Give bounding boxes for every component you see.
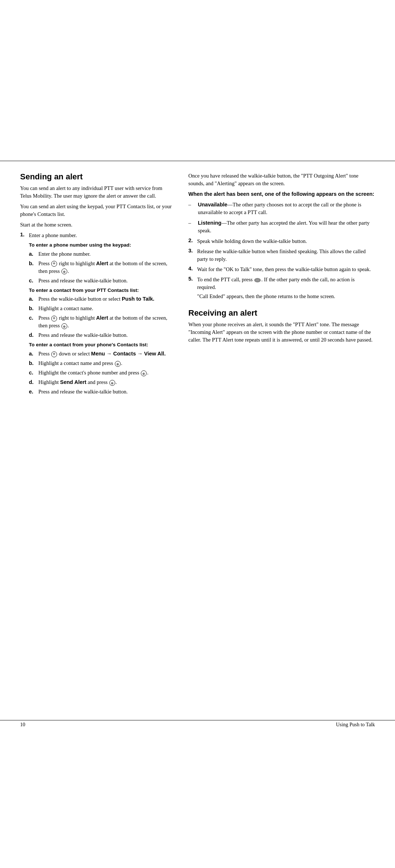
ptt-icon-2: ⊗	[61, 323, 67, 329]
phone-step-e-text: Press and release the walkie-talkie butt…	[38, 388, 128, 396]
phone-step-a-text: Press down or select Menu → Contacts → V…	[38, 350, 166, 358]
phone-contacts-sub-heading: To enter a contact from your phone's Con…	[29, 341, 174, 349]
phone-step-b-text: Highlight a contact name and press ⊗.	[38, 359, 122, 367]
step-5-text: To end the PTT call, press . If the othe…	[197, 276, 375, 291]
call-ended-text: "Call Ended" appears, then the phone ret…	[197, 293, 375, 300]
step-5-num: 5.	[188, 276, 195, 282]
phone-step-c: Highlight the contact's phone number and…	[29, 369, 174, 377]
keypad-sub-heading: To enter a phone number using the keypad…	[29, 241, 174, 249]
phone-step-e: Press and release the walkie-talkie butt…	[29, 388, 174, 396]
keypad-step-c: Press and release the walkie-talkie butt…	[29, 277, 174, 285]
page-footer: 10 Using Push to Talk	[0, 720, 395, 729]
right-intro-para: Once you have released the walkie-talkie…	[188, 172, 375, 187]
phone-step-d-text: Highlight Send Alert and press ⊗.	[38, 378, 117, 386]
right-step-5: 5. To end the PTT call, press . If the o…	[188, 276, 375, 291]
footer-section-title: Using Push to Talk	[336, 722, 375, 728]
ptt-icon-1: ⊗	[61, 269, 67, 274]
keypad-section: To enter a phone number using the keypad…	[29, 241, 174, 396]
phone-step-c-text: Highlight the contact's phone number and…	[38, 369, 148, 377]
nav-icon-3	[51, 351, 57, 357]
content-area: Sending an alert You can send an alert t…	[0, 161, 395, 399]
end-call-icon	[254, 278, 261, 282]
right-step-4: 4. Wait for the "OK to Talk" tone, then …	[188, 266, 375, 273]
state-listening: Listening—The other party has accepted t…	[188, 219, 375, 235]
alert-sent-heading: When the alert has been sent, one of the…	[188, 190, 375, 198]
page: Sending an alert You can send an alert t…	[0, 0, 395, 868]
ptt-icon-4: ⊗	[141, 370, 147, 376]
ptt-icon-5: ⊗	[109, 380, 115, 386]
step-1-block: 1. Enter a phone number. To enter a phon…	[20, 232, 174, 396]
footer-page-number: 10	[20, 722, 25, 728]
step-4-text: Wait for the "OK to Talk" tone, then pre…	[197, 266, 371, 273]
right-step-3: 3. Release the walkie-talkie button when…	[188, 248, 375, 263]
keypad-step-b-text: Press right to highlight Alert at the bo…	[38, 260, 174, 275]
keypad-step-c-text: Press and release the walkie-talkie butt…	[38, 277, 128, 285]
phone-step-a: Press down or select Menu → Contacts → V…	[29, 350, 174, 358]
ptt-step-b-text: Highlight a contact name.	[38, 305, 93, 312]
state-unavailable-text: Unavailable—The other party chooses not …	[198, 201, 375, 216]
step-2-num: 2.	[188, 237, 195, 243]
ptt-step-c: Press right to highlight Alert at the bo…	[29, 314, 174, 330]
state-unavailable: Unavailable—The other party chooses not …	[188, 201, 375, 216]
step-1-text: Enter a phone number.	[29, 232, 77, 239]
step-3-num: 3.	[188, 248, 195, 254]
phone-step-b: Highlight a contact name and press ⊗.	[29, 359, 174, 367]
keypad-step-a-text: Enter the phone number.	[38, 250, 91, 258]
left-column: Sending an alert You can send an alert t…	[20, 172, 174, 399]
ptt-step-c-text: Press right to highlight Alert at the bo…	[38, 314, 174, 330]
ptt-steps-list: Press the walkie-talkie button or select…	[29, 295, 174, 339]
start-instruction: Start at the home screen.	[20, 221, 174, 229]
keypad-step-b: Press right to highlight Alert at the bo…	[29, 260, 174, 275]
ptt-step-d: Press and release the walkie-talkie butt…	[29, 331, 174, 339]
state-listening-text: Listening—The other party has accepted t…	[198, 219, 375, 235]
intro-para-1: You can send an alert to any individual …	[20, 184, 174, 200]
keypad-step-a: Enter the phone number.	[29, 250, 174, 258]
sending-alert-heading: Sending an alert	[20, 172, 174, 182]
ptt-icon-3: ⊗	[115, 361, 121, 367]
step-3-text: Release the walkie-talkie button when fi…	[197, 248, 375, 263]
phone-step-d: Highlight Send Alert and press ⊗.	[29, 378, 174, 386]
keypad-steps-list: Enter the phone number. Press right to h…	[29, 250, 174, 285]
step-1-number: 1.	[20, 232, 27, 239]
right-column: Once you have released the walkie-talkie…	[188, 172, 375, 399]
right-steps-block: 2. Speak while holding down the walkie-t…	[188, 237, 375, 300]
nav-icon-1	[51, 261, 57, 267]
receiving-alert-body: When your phone receives an alert, it so…	[188, 321, 375, 344]
ptt-step-a-text: Press the walkie-talkie button or select…	[38, 295, 154, 303]
receiving-alert-heading: Receiving an alert	[188, 308, 375, 318]
alert-states-list: Unavailable—The other party chooses not …	[188, 201, 375, 235]
ptt-step-b: Highlight a contact name.	[29, 305, 174, 312]
nav-icon-2	[51, 316, 57, 321]
step-2-text: Speak while holding down the walkie-talk…	[197, 237, 307, 245]
right-step-2: 2. Speak while holding down the walkie-t…	[188, 237, 375, 245]
top-blank-area	[0, 0, 395, 161]
intro-para-2: You can send an alert using the keypad, …	[20, 203, 174, 218]
ptt-step-d-text: Press and release the walkie-talkie butt…	[38, 331, 128, 339]
phone-steps-list: Press down or select Menu → Contacts → V…	[29, 350, 174, 396]
two-column-layout: Sending an alert You can send an alert t…	[20, 172, 375, 399]
step-4-num: 4.	[188, 266, 195, 271]
ptt-sub-heading: To enter a contact from your PTT Contact…	[29, 287, 174, 294]
receiving-alert-section: Receiving an alert When your phone recei…	[188, 308, 375, 344]
ptt-step-a: Press the walkie-talkie button or select…	[29, 295, 174, 303]
